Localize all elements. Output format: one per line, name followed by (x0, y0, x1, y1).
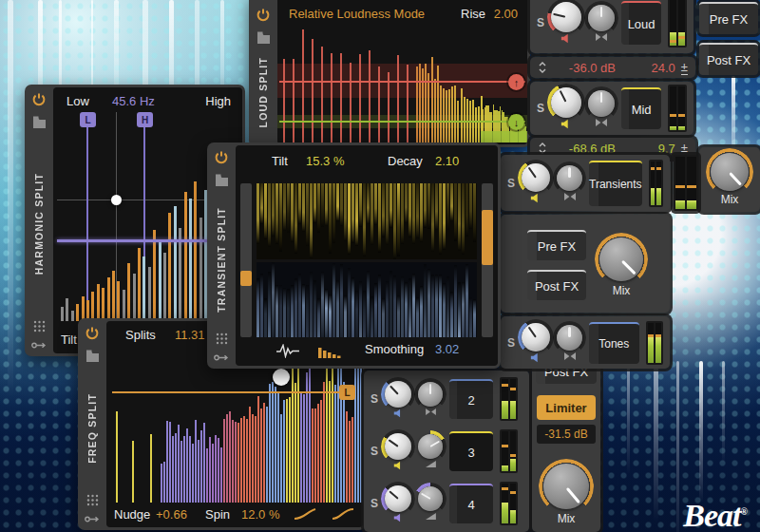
lower-threshold-line[interactable] (279, 121, 525, 123)
stepper-chevrons-icon[interactable] (538, 142, 547, 155)
loud-pre-fx-button[interactable]: Pre FX (699, 2, 758, 34)
upper-threshold-handle[interactable]: ↑ (508, 74, 524, 90)
mix-knob[interactable] (543, 464, 589, 509)
loud-band-button[interactable]: Loud (621, 1, 661, 45)
decay-value[interactable]: 2.10 (435, 154, 459, 168)
solo-button[interactable]: S (370, 392, 378, 406)
mid-band-button[interactable]: Mid (621, 87, 661, 129)
left-range-handle[interactable] (240, 271, 252, 286)
power-icon[interactable] (85, 326, 100, 341)
device-name-label: HARMONIC SPLIT (33, 173, 45, 275)
nudge-value[interactable]: +0.66 (156, 507, 187, 522)
tones-waveform-view (256, 262, 477, 337)
upper-threshold-line[interactable] (279, 81, 525, 83)
pan-knob[interactable] (588, 5, 615, 31)
spin-value[interactable]: 12.0 % (241, 507, 279, 522)
mid-level-meter (668, 85, 687, 132)
mapping-key-icon[interactable] (31, 341, 47, 350)
drag-handle-icon[interactable] (216, 332, 228, 345)
gain-knob[interactable] (522, 323, 550, 352)
power-icon[interactable] (256, 8, 271, 23)
preset-folder-icon[interactable] (86, 350, 100, 362)
solo-button[interactable]: S (537, 102, 544, 115)
mix-knob[interactable] (599, 238, 643, 281)
freq-spectrum-area[interactable]: L (106, 348, 363, 503)
right-range-slider[interactable] (482, 183, 493, 337)
mix-knob[interactable] (711, 153, 749, 191)
plus-minus-toggle[interactable]: ± (681, 61, 688, 75)
gain-knob[interactable] (385, 485, 411, 512)
drag-handle-icon[interactable] (86, 494, 99, 506)
loud-post-fx-button[interactable]: Post FX (699, 43, 758, 75)
curve-shape-icon[interactable] (293, 507, 317, 521)
gain-knob[interactable] (522, 163, 550, 192)
transient-pre-fx-button[interactable]: Pre FX (527, 230, 586, 260)
transient-post-fx-button[interactable]: Post FX (527, 270, 586, 300)
loudness-spectrum-area[interactable]: ↑ ↓ (277, 28, 527, 144)
preset-folder-icon[interactable] (215, 174, 229, 186)
mapping-key-icon[interactable] (214, 353, 229, 362)
tones-band-button[interactable]: Tones (589, 322, 639, 364)
freq-mixer-panel: S 2 S 3 (364, 370, 529, 532)
level-marker[interactable]: L (339, 385, 355, 400)
s-curve-shape-icon[interactable] (331, 507, 355, 521)
pan-knob[interactable] (557, 165, 582, 191)
left-range-slider[interactable] (240, 183, 252, 337)
band3-channel-strip: S 3 (364, 428, 529, 475)
band4-button[interactable]: 4 (449, 484, 493, 523)
solo-button[interactable]: S (370, 497, 378, 510)
transients-level-meter (649, 160, 663, 207)
preset-folder-icon[interactable] (32, 116, 47, 128)
crossover-handle[interactable] (111, 195, 122, 205)
mid-gain-value[interactable]: -68.6 dB (553, 142, 632, 156)
smoothing-value[interactable]: 3.02 (435, 342, 459, 356)
gain-knob[interactable] (385, 433, 411, 460)
mapping-key-icon[interactable] (85, 515, 100, 523)
device-name-label: LOUD SPLIT (257, 57, 269, 127)
limiter-button[interactable]: Limiter (537, 395, 596, 420)
gain-knob[interactable] (385, 381, 411, 408)
transients-band-button[interactable]: Transients (589, 161, 642, 206)
tones-level-meter (646, 321, 663, 365)
pan-knob[interactable] (418, 486, 443, 511)
solo-button[interactable]: S (507, 336, 515, 350)
transient-shape-icon[interactable] (276, 344, 300, 358)
preset-folder-icon[interactable] (256, 31, 271, 44)
brand-logo: Beat® (683, 500, 747, 532)
band2-button[interactable]: 2 (449, 379, 493, 419)
device-name-label: FREQ SPLIT (86, 393, 98, 464)
loud-aux-value[interactable]: 24.0 (637, 61, 675, 75)
mid-aux-value[interactable]: 9.7 (637, 142, 675, 156)
drag-handle-icon[interactable] (33, 320, 46, 332)
pan-knob[interactable] (418, 382, 443, 407)
loud-split-display: Relative Loudness Mode Rise 2.00 ↑ ↓ (277, 0, 527, 144)
stepper-chevrons-icon[interactable] (538, 61, 547, 74)
tilt-value[interactable]: 15.3 % (306, 154, 344, 168)
rise-value[interactable]: 2.00 (494, 7, 518, 21)
transient-split-panel: TRANSIENT SPLIT Tilt 15.3 % Decay 2.10 S… (207, 142, 501, 369)
power-icon[interactable] (31, 92, 47, 107)
solo-button[interactable]: S (370, 445, 378, 458)
loud-gain-value[interactable]: -36.0 dB (553, 61, 632, 75)
plus-minus-toggle[interactable]: ± (681, 142, 688, 156)
gain-knob[interactable] (551, 2, 581, 32)
pan-knob[interactable] (557, 325, 582, 351)
mid-channel-strip: S Mid (530, 82, 694, 135)
loudness-mode-label[interactable]: Relative Loudness Mode (289, 7, 425, 21)
band3-button[interactable]: 3 (449, 431, 493, 471)
lower-threshold-handle[interactable]: ↓ (508, 114, 524, 130)
splits-value[interactable]: 11.31 (175, 328, 205, 342)
split-level-line[interactable] (112, 391, 342, 393)
pan-knob[interactable] (588, 90, 615, 117)
solo-button[interactable]: S (537, 16, 544, 29)
right-range-handle[interactable] (482, 210, 493, 265)
power-icon[interactable] (214, 150, 229, 165)
pan-knob[interactable] (418, 434, 443, 459)
solo-button[interactable]: S (507, 177, 515, 190)
crossover-frequency-value[interactable]: 45.6 Hz (112, 94, 155, 108)
spread-handle[interactable] (273, 369, 290, 386)
tilt-label: Tilt (61, 332, 77, 347)
gain-knob[interactable] (551, 87, 581, 118)
histogram-icon[interactable] (317, 344, 342, 358)
limiter-threshold-value[interactable]: -31.5 dB (537, 425, 596, 444)
